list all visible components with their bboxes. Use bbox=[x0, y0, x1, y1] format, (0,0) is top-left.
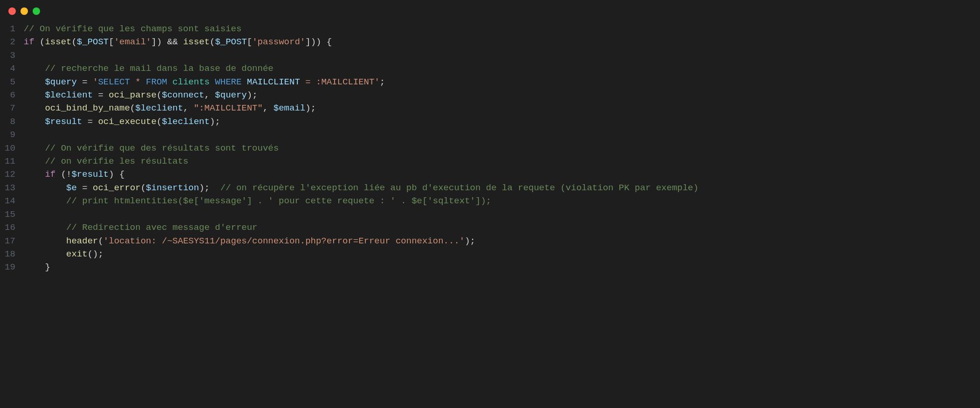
line-number-gutter: 1 2 3 4 5 6 7 8 9 10 11 12 13 14 15 16 1… bbox=[0, 22, 24, 274]
window-titlebar bbox=[0, 0, 980, 20]
punct: ( bbox=[55, 169, 66, 180]
punct: ); bbox=[305, 103, 316, 113]
close-icon[interactable] bbox=[8, 7, 16, 15]
keyword-if: if bbox=[24, 37, 34, 47]
code-line[interactable]: // On vérifie que des résultats sont tro… bbox=[24, 142, 980, 155]
code-line[interactable] bbox=[24, 128, 980, 141]
code-line[interactable]: if (isset($_POST['email']) && isset($_PO… bbox=[24, 35, 980, 48]
code-line[interactable]: $leclient = oci_parse($connect, $query); bbox=[24, 89, 980, 102]
comment: // recherche le mail dans la base de don… bbox=[45, 63, 273, 74]
op-eq: = bbox=[77, 183, 93, 193]
line-number: 3 bbox=[5, 49, 15, 62]
code-line[interactable]: $result = oci_execute($leclient); bbox=[24, 115, 980, 128]
keyword-if: if bbox=[45, 169, 55, 180]
var-result: $result bbox=[45, 117, 82, 127]
line-number: 15 bbox=[5, 208, 15, 221]
fn-oci-parse: oci_parse bbox=[109, 90, 157, 100]
line-number: 13 bbox=[5, 181, 15, 194]
line-number: 9 bbox=[5, 128, 15, 141]
line-number: 2 bbox=[5, 35, 15, 48]
line-number: 14 bbox=[5, 194, 15, 207]
code-line[interactable]: // print htmlentities($e['message'] . ' … bbox=[24, 194, 980, 207]
maximize-icon[interactable] bbox=[33, 7, 40, 15]
comment: // On vérifie que les champs sont saisie… bbox=[24, 24, 241, 34]
code-line[interactable]: // on vérifie les résultats bbox=[24, 155, 980, 168]
punct: ( bbox=[141, 183, 146, 193]
sql-table: clients bbox=[167, 77, 215, 87]
comment: // Redirection avec message d'erreur bbox=[66, 222, 257, 233]
code-line[interactable] bbox=[24, 208, 980, 221]
line-number: 5 bbox=[5, 76, 15, 89]
punct: ; bbox=[380, 77, 385, 87]
var-query: $query bbox=[215, 90, 247, 100]
op-eq: = bbox=[77, 77, 93, 87]
string: 'location: /~SAESYS11/pages/connexion.ph… bbox=[103, 236, 465, 246]
punct: ); bbox=[210, 117, 220, 127]
code-line[interactable]: // On vérifie que les champs sont saisie… bbox=[24, 22, 980, 35]
fn-exit: exit bbox=[66, 249, 88, 259]
line-number: 18 bbox=[5, 248, 15, 261]
line-number: 16 bbox=[5, 221, 15, 234]
punct: [ bbox=[247, 37, 252, 47]
code-line[interactable] bbox=[24, 49, 980, 62]
punct: ( bbox=[71, 37, 76, 47]
fn-oci-bind: oci_bind_by_name bbox=[45, 103, 130, 113]
var-leclient: $leclient bbox=[135, 103, 183, 113]
punct: ); bbox=[199, 183, 220, 193]
string-quote: ' bbox=[93, 77, 98, 87]
minimize-icon[interactable] bbox=[21, 7, 28, 15]
line-number: 12 bbox=[5, 168, 15, 181]
punct: ( bbox=[130, 103, 135, 113]
code-line[interactable]: } bbox=[24, 261, 980, 274]
comment: // On vérifie que des résultats sont tro… bbox=[45, 143, 279, 153]
var-e: $e bbox=[66, 183, 77, 193]
code-line[interactable]: header('location: /~SAESYS11/pages/conne… bbox=[24, 235, 980, 248]
comment: // print htmlentities($e['message'] . ' … bbox=[66, 196, 491, 206]
code-line[interactable]: exit(); bbox=[24, 248, 980, 261]
punct: ); bbox=[465, 236, 475, 246]
var-query: $query bbox=[45, 77, 76, 87]
code-lines[interactable]: // On vérifie que les champs sont saisie… bbox=[24, 22, 980, 274]
line-number: 11 bbox=[5, 155, 15, 168]
punct: ]) bbox=[151, 37, 167, 47]
sql-col: MAILCLIENT bbox=[241, 77, 305, 87]
line-number: 4 bbox=[5, 62, 15, 75]
code-line[interactable]: $e = oci_error($insertion); // on récupè… bbox=[24, 181, 980, 194]
line-number: 1 bbox=[5, 22, 15, 35]
code-line[interactable]: // recherche le mail dans la base de don… bbox=[24, 62, 980, 75]
punct: ( bbox=[157, 117, 162, 127]
code-editor-window: 1 2 3 4 5 6 7 8 9 10 11 12 13 14 15 16 1… bbox=[0, 0, 980, 284]
code-area[interactable]: 1 2 3 4 5 6 7 8 9 10 11 12 13 14 15 16 1… bbox=[0, 20, 980, 284]
punct: , bbox=[263, 103, 274, 113]
string: 'email' bbox=[114, 37, 151, 47]
punct: (); bbox=[88, 249, 103, 259]
line-number: 7 bbox=[5, 102, 15, 115]
punct: ); bbox=[247, 90, 258, 100]
var-connect: $connect bbox=[162, 90, 204, 100]
punct: [ bbox=[109, 37, 114, 47]
comment: // on récupère l'exception liée au pb d'… bbox=[220, 183, 699, 193]
op-eq: = bbox=[82, 117, 98, 127]
code-line[interactable]: $query = 'SELECT * FROM clients WHERE MA… bbox=[24, 76, 980, 89]
code-line[interactable]: if (!$result) { bbox=[24, 168, 980, 181]
sql-from: FROM bbox=[146, 77, 167, 87]
punct: , bbox=[183, 103, 194, 113]
var-post: $_POST bbox=[77, 37, 109, 47]
code-line[interactable]: oci_bind_by_name($leclient, ":MAILCLIENT… bbox=[24, 102, 980, 115]
var-leclient: $leclient bbox=[162, 117, 210, 127]
line-number: 17 bbox=[5, 235, 15, 248]
punct: ])) { bbox=[305, 37, 332, 47]
var-email: $email bbox=[274, 103, 305, 113]
punct: ( bbox=[34, 37, 45, 47]
punct: ( bbox=[210, 37, 215, 47]
op-not: ! bbox=[66, 169, 71, 180]
sql-param: :MAILCLIENT bbox=[316, 77, 374, 87]
fn-isset: isset bbox=[45, 37, 71, 47]
fn-oci-error: oci_error bbox=[93, 183, 141, 193]
line-number: 8 bbox=[5, 115, 15, 128]
sql-where: WHERE bbox=[215, 77, 241, 87]
code-line[interactable]: // Redirection avec message d'erreur bbox=[24, 221, 980, 234]
fn-header: header bbox=[66, 236, 98, 246]
punct: } bbox=[45, 262, 50, 272]
punct: ( bbox=[98, 236, 103, 246]
